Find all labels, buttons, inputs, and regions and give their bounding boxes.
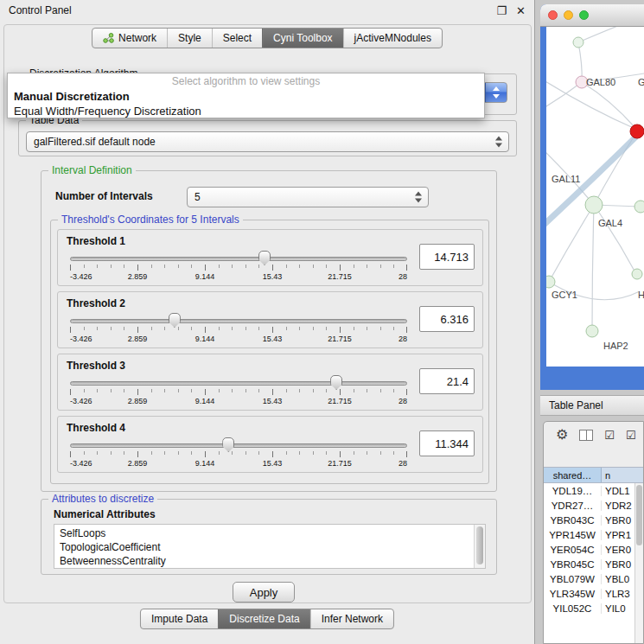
scale-label: 9.144 — [195, 397, 215, 405]
table-row[interactable]: YER054CYER0 — [544, 542, 634, 557]
scale-label: 15.43 — [263, 335, 283, 343]
window-title: Control Panel — [9, 4, 72, 16]
table-row[interactable]: YDR27…YDR2 — [544, 498, 634, 513]
table-row[interactable]: YIL052CYIL0 — [544, 601, 634, 615]
node-label: GAL11 — [552, 174, 580, 184]
slider-end-tick — [406, 327, 407, 333]
scale-label: 28 — [399, 272, 407, 281]
slider-thumb[interactable] — [222, 437, 234, 452]
tab-jactivemnodules[interactable]: jActiveMNodules — [343, 29, 442, 48]
table-row[interactable]: YBR045CYBR0 — [544, 557, 634, 571]
table-scrollbar[interactable] — [634, 483, 643, 643]
minimize-traffic-light-icon[interactable] — [564, 10, 573, 20]
select-all-check-icon[interactable]: ☑ — [604, 430, 615, 441]
tab-impute-data[interactable]: Impute Data — [141, 609, 218, 628]
table-row[interactable]: YPR145WYPR1 — [544, 527, 634, 542]
threshold-1-value-field[interactable]: 14.713 — [419, 244, 475, 270]
slider-scale: -3.426 2.859 9.144 15.43 21.715 28 — [70, 397, 407, 406]
scale-label: -3.426 — [70, 459, 92, 468]
table-panel-window: ⚙ ☑ ☑ shared… n YDL19…YDL1 YDR27…YDR2 YB… — [543, 421, 644, 644]
attributes-list[interactable]: SelfLoops TopologicalCoefficient Between… — [54, 524, 486, 569]
list-item[interactable]: SelfLoops — [60, 526, 473, 540]
threshold-2-label: Threshold 2 — [67, 297, 125, 309]
tab-discretize-data[interactable]: Discretize Data — [218, 609, 309, 628]
scale-label: 9.144 — [195, 459, 215, 468]
slider-track[interactable] — [70, 257, 407, 261]
table-panel-header[interactable]: Table Panel — [540, 395, 644, 416]
threshold-3-value-field[interactable]: 21.4 — [419, 368, 475, 394]
threshold-2-panel: Threshold 2 -3.426 2.859 9.144 15.43 21.… — [57, 291, 483, 348]
scale-label: 9.144 — [195, 272, 215, 281]
table-row[interactable]: YBR043CYBR0 — [544, 513, 634, 527]
table-body: YDL19…YDL1 YDR27…YDR2 YBR043CYBR0 YPR145… — [544, 483, 634, 643]
slider-end-tick — [406, 389, 407, 395]
network-node-red — [630, 124, 644, 138]
zoom-traffic-light-icon[interactable] — [579, 10, 589, 20]
scale-label: 21.715 — [328, 397, 352, 405]
column-header-shared-name[interactable]: shared… — [544, 468, 602, 482]
number-of-intervals-label: Number of Intervals — [55, 190, 153, 202]
bottom-tab-bar: Impute Data Discretize Data Infer Networ… — [140, 609, 394, 629]
slider-major-ticks — [70, 327, 407, 333]
scale-label: 2.859 — [128, 397, 148, 405]
table-toolbar: ⚙ ☑ ☑ — [544, 422, 643, 448]
table-data-select[interactable]: galFiltered.sif default node — [26, 131, 509, 152]
scrollbar-thumb[interactable] — [636, 485, 642, 545]
column-header-name[interactable]: n — [602, 468, 643, 482]
columns-icon[interactable] — [579, 430, 593, 441]
scale-label: 21.715 — [328, 335, 352, 343]
table-row[interactable]: YLR345WYLR3 — [544, 586, 634, 601]
network-canvas[interactable]: GAL80 G GAL11 GAL4 GCY1 H HAP2 — [546, 27, 644, 367]
table-row[interactable]: YDL19…YDL1 — [544, 483, 634, 498]
node-label: GCY1 — [552, 290, 577, 300]
dropdown-option-manual-discretization[interactable]: Manual Discretization — [8, 89, 484, 104]
slider-track[interactable] — [70, 443, 407, 448]
slider-thumb[interactable] — [330, 375, 342, 390]
gear-icon[interactable]: ⚙ — [556, 428, 568, 442]
threshold-2-slider[interactable]: -3.426 2.859 9.144 15.43 21.715 28 — [70, 313, 407, 348]
slider-major-ticks — [70, 389, 407, 395]
stepper-icon[interactable] — [495, 137, 502, 148]
table-header-row: shared… n — [544, 467, 643, 483]
threshold-3-slider[interactable]: -3.426 2.859 9.144 15.43 21.715 28 — [70, 375, 407, 410]
slider-major-ticks — [70, 451, 407, 457]
slider-scale: -3.426 2.859 9.144 15.43 21.715 28 — [70, 335, 407, 344]
interval-definition-group: Interval Definition Number of Intervals … — [41, 170, 497, 492]
network-window-titlebar[interactable] — [540, 4, 644, 27]
number-of-intervals-select[interactable]: 5 — [187, 187, 429, 207]
list-scrollbar[interactable] — [474, 525, 485, 568]
threshold-1-slider[interactable]: -3.426 2.859 9.144 15.43 21.715 28 — [70, 251, 407, 285]
tab-style[interactable]: Style — [167, 29, 212, 48]
threshold-4-slider[interactable]: -3.426 2.859 9.144 15.43 21.715 28 — [70, 437, 407, 472]
thresholds-group: Threshold's Coordinates for 5 Intervals … — [50, 220, 489, 484]
threshold-4-value-field[interactable]: 11.344 — [419, 430, 475, 456]
select-none-check-icon[interactable]: ☑ — [626, 430, 636, 441]
scale-label: 2.859 — [128, 335, 148, 343]
slider-thumb[interactable] — [169, 313, 181, 328]
dropdown-option-equal-width-frequency[interactable]: Equal Width/Frequency Discretization — [8, 104, 484, 118]
threshold-2-value-field[interactable]: 6.316 — [419, 306, 475, 332]
tab-network[interactable]: Network — [92, 29, 167, 48]
list-item[interactable]: TopologicalCoefficient — [60, 540, 473, 554]
table-row[interactable]: YBL079WYBL0 — [544, 571, 634, 586]
scale-label: -3.426 — [70, 272, 92, 281]
slider-end-tick — [406, 265, 407, 271]
apply-button[interactable]: Apply — [233, 582, 295, 603]
tab-infer-network[interactable]: Infer Network — [310, 609, 393, 628]
close-icon[interactable]: ✕ — [516, 4, 526, 17]
float-window-icon[interactable]: ❐ — [496, 4, 507, 17]
slider-track[interactable] — [70, 381, 407, 386]
scale-label: 15.43 — [263, 397, 283, 405]
scale-label: 21.715 — [328, 272, 352, 281]
close-traffic-light-icon[interactable] — [548, 10, 558, 20]
scrollbar-thumb[interactable] — [476, 526, 483, 564]
tab-cyni-toolbox[interactable]: Cyni Toolbox — [262, 29, 342, 48]
slider-thumb[interactable] — [258, 251, 271, 265]
stepper-icon[interactable] — [415, 192, 422, 203]
control-panel-titlebar: Control Panel ❐ ✕ — [0, 0, 534, 21]
combo-arrows-icon[interactable] — [485, 82, 507, 103]
table-panel-title: Table Panel — [549, 399, 603, 411]
slider-track[interactable] — [70, 319, 407, 323]
tab-select[interactable]: Select — [212, 29, 262, 48]
list-item[interactable]: BetweennessCentrality — [60, 554, 473, 568]
